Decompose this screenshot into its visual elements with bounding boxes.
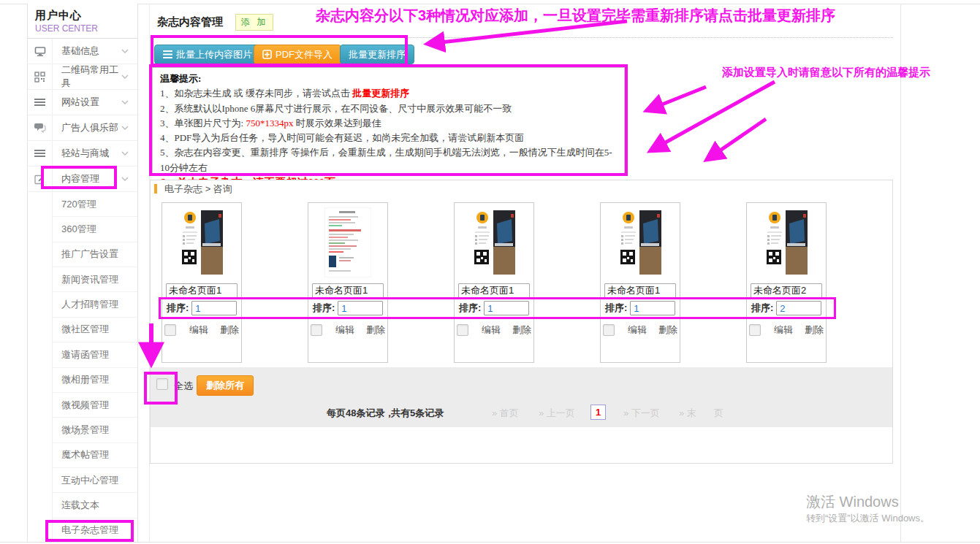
annotation-top-note: 杂志内容分以下3种情况对应添加，一旦设置完毕需重新排序请点击批量更新排序 bbox=[316, 6, 835, 26]
sidebar-item-video[interactable]: 微视频管理 bbox=[53, 393, 137, 418]
sidebar-item-content-management[interactable]: 内容管理 bbox=[28, 166, 137, 192]
delete-link[interactable]: 删除 bbox=[220, 324, 239, 335]
page-name-input[interactable] bbox=[604, 283, 676, 298]
windows-activation-watermark-sub: 转到“设置”以激活 Windows。 bbox=[806, 512, 930, 525]
sort-order-input[interactable] bbox=[484, 301, 529, 315]
pagination-last[interactable]: » 末 bbox=[679, 407, 696, 420]
chevron-down-icon bbox=[121, 90, 137, 115]
sort-order-input[interactable] bbox=[776, 301, 821, 315]
select-all-checkbox[interactable] bbox=[156, 378, 168, 390]
delete-link[interactable]: 删除 bbox=[366, 324, 385, 335]
sort-order-input[interactable] bbox=[191, 301, 237, 315]
pagination-first[interactable]: » 首页 bbox=[492, 407, 519, 420]
page-title: 杂志内容管理 bbox=[157, 15, 223, 29]
select-all-label: 全选 bbox=[174, 380, 193, 393]
page-select-checkbox[interactable] bbox=[603, 324, 615, 336]
sidebar-item-community[interactable]: 微社区管理 bbox=[53, 318, 137, 342]
edit-link[interactable]: 编辑 bbox=[628, 324, 647, 335]
sidebar-item-promo-ads[interactable]: 推广广告设置 bbox=[53, 242, 137, 267]
pagination-last-suffix[interactable]: 页 bbox=[714, 407, 723, 420]
page-thumbnail-business-card[interactable] bbox=[617, 207, 664, 277]
edit-icon bbox=[28, 166, 53, 191]
page-name-input[interactable] bbox=[458, 283, 530, 298]
footer-strip bbox=[151, 367, 892, 427]
tip-line-2: 2、系统默认以Iphone 6屏幕尺寸进行展示，在不同设备、尺寸中展示效果可能不… bbox=[160, 101, 617, 116]
edit-link[interactable]: 编辑 bbox=[774, 324, 793, 335]
add-button[interactable]: 添 加 bbox=[235, 14, 273, 31]
batch-reorder-button[interactable]: 批量更新排序 bbox=[340, 45, 414, 64]
sort-label: 排序: bbox=[313, 302, 335, 315]
page-select-checkbox[interactable] bbox=[749, 324, 761, 336]
sidebar-item-qrcode-tools[interactable]: 二维码常用工具 bbox=[28, 64, 137, 90]
sidebar-item-lite-site-mall[interactable]: 轻站与商城 bbox=[28, 141, 137, 166]
page-thumbnail-business-card[interactable] bbox=[471, 207, 517, 277]
pdf-import-label: PDF文件导入 bbox=[276, 48, 333, 61]
sort-order-input[interactable] bbox=[630, 301, 675, 315]
sidebar-item-recruitment[interactable]: 人才招聘管理 bbox=[53, 292, 137, 317]
pdf-import-button[interactable]: PDF文件导入 bbox=[254, 45, 341, 64]
page-thumbnail-business-card[interactable] bbox=[763, 207, 810, 277]
page-card: 排序: 编辑删除 bbox=[600, 202, 680, 363]
sidebar-item-serialized-text[interactable]: 连载文本 bbox=[53, 493, 137, 518]
sidebar-item-label: 网站设置 bbox=[53, 90, 121, 115]
tip-line-5: 5、杂志在内容变更、重新排序 等操作后，会重新生成，生成期间手机端无法浏览，一般… bbox=[160, 145, 617, 175]
delete-link[interactable]: 删除 bbox=[512, 324, 531, 335]
title-separator bbox=[150, 37, 893, 38]
breadcrumb-separator: > bbox=[205, 183, 211, 194]
edit-link[interactable]: 编辑 bbox=[335, 324, 354, 335]
pagination-prev[interactable]: » 上一页 bbox=[539, 407, 575, 420]
sidebar-item-basic-info[interactable]: 基础信息 bbox=[28, 39, 137, 64]
windows-activation-watermark: 激活 Windows bbox=[806, 492, 899, 512]
page-select-checkbox[interactable] bbox=[311, 324, 322, 336]
sidebar-item-interaction-center[interactable]: 互动中心管理 bbox=[53, 468, 137, 493]
chevron-down-icon bbox=[121, 39, 137, 64]
batch-upload-images-button[interactable]: 批量上传内容图片 bbox=[154, 45, 261, 64]
list-icon bbox=[28, 90, 53, 115]
sidebar-item-720[interactable]: 720管理 bbox=[53, 192, 137, 217]
sidebar-item-invitation[interactable]: 邀请函管理 bbox=[53, 342, 137, 367]
tip-line-1: 1、如杂志未生成 或 缓存未同步，请尝试点击 批量更新排序 bbox=[160, 86, 617, 101]
sidebar-item-scene[interactable]: 微场景管理 bbox=[53, 418, 137, 443]
edit-link[interactable]: 编辑 bbox=[482, 324, 501, 335]
sidebar-item-site-settings[interactable]: 网站设置 bbox=[28, 90, 137, 115]
batch-reorder-label: 批量更新排序 bbox=[349, 48, 406, 61]
user-center-title: 用户中心 bbox=[35, 9, 137, 23]
bottom-border-line bbox=[0, 542, 980, 543]
sort-label: 排序: bbox=[459, 302, 481, 315]
edit-link[interactable]: 编辑 bbox=[189, 324, 208, 335]
page-name-input[interactable] bbox=[751, 283, 822, 298]
tip-line-4: 4、PDF导入为后台任务，导入时间可能会有延迟，如尚未完全加载，请尝试刷新本页面 bbox=[160, 131, 617, 145]
sidebar-item-ad-club[interactable]: 广告人俱乐部 bbox=[28, 115, 137, 141]
page-card: 排序: 编辑删除 bbox=[308, 202, 388, 363]
page-thumbnail-business-card[interactable] bbox=[178, 207, 225, 277]
sidebar-item-label: 广告人俱乐部 bbox=[53, 115, 121, 140]
delete-all-button[interactable]: 删除所有 bbox=[197, 375, 254, 396]
monitor-icon bbox=[28, 39, 53, 64]
annotation-right-note: 添加设置导入时请留意以下所有的温馨提示 bbox=[722, 66, 930, 80]
page-select-checkbox[interactable] bbox=[164, 324, 176, 336]
qrcode-icon bbox=[28, 64, 53, 89]
breadcrumb-current: 咨询 bbox=[213, 183, 232, 194]
sidebar-item-360[interactable]: 360管理 bbox=[53, 217, 137, 242]
sidebar-item-magic-post[interactable]: 魔术帖管理 bbox=[53, 443, 137, 468]
delete-link[interactable]: 删除 bbox=[658, 324, 677, 335]
sidebar-item-ezine-management[interactable]: 电子杂志管理 bbox=[53, 518, 137, 543]
delete-link[interactable]: 删除 bbox=[805, 324, 824, 335]
sidebar-item-label: 二维码常用工具 bbox=[53, 64, 121, 89]
sidebar-item-photo-album[interactable]: 微相册管理 bbox=[53, 368, 137, 393]
sidebar-item-label: 轻站与商城 bbox=[53, 141, 121, 166]
plus-square-icon bbox=[262, 50, 272, 59]
breadcrumb-root[interactable]: 电子杂志 bbox=[164, 183, 202, 194]
page-name-input[interactable] bbox=[312, 283, 384, 298]
magazine-content-admin-page: 用户中心 USER CENTER 基础信息 二维码常用工具 网站设置 bbox=[0, 0, 980, 544]
pagination-next[interactable]: » 下一页 bbox=[623, 407, 660, 420]
pagination-current-page[interactable]: 1 bbox=[590, 405, 606, 420]
sidebar-item-news[interactable]: 新闻资讯管理 bbox=[53, 267, 137, 292]
sort-order-input[interactable] bbox=[338, 301, 383, 315]
page-thumbnail-document[interactable] bbox=[324, 207, 371, 277]
page-name-input[interactable] bbox=[166, 283, 238, 298]
tips-title: 温馨提示: bbox=[160, 72, 617, 86]
chevron-down-icon bbox=[121, 115, 137, 140]
page-select-checkbox[interactable] bbox=[457, 324, 468, 336]
user-center-subtitle: USER CENTER bbox=[35, 23, 137, 34]
